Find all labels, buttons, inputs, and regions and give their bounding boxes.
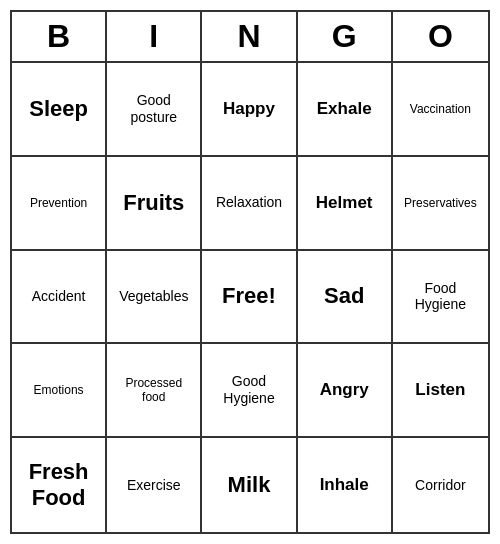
bingo-cell-7: Relaxation xyxy=(202,157,297,251)
bingo-cell-0: Sleep xyxy=(12,63,107,157)
bingo-cell-1: Good posture xyxy=(107,63,202,157)
bingo-cell-18: Angry xyxy=(298,344,393,438)
bingo-cell-15: Emotions xyxy=(12,344,107,438)
bingo-cell-23: Inhale xyxy=(298,438,393,532)
bingo-cell-6: Fruits xyxy=(107,157,202,251)
bingo-cell-4: Vaccination xyxy=(393,63,488,157)
bingo-cell-14: Food Hygiene xyxy=(393,251,488,345)
bingo-header: BINGO xyxy=(12,12,488,63)
header-letter: B xyxy=(12,12,107,61)
bingo-cell-21: Exercise xyxy=(107,438,202,532)
bingo-cell-13: Sad xyxy=(298,251,393,345)
bingo-card: BINGO SleepGood postureHappyExhaleVaccin… xyxy=(10,10,490,534)
bingo-cell-20: Fresh Food xyxy=(12,438,107,532)
bingo-cell-22: Milk xyxy=(202,438,297,532)
bingo-cell-2: Happy xyxy=(202,63,297,157)
bingo-cell-11: Vegetables xyxy=(107,251,202,345)
bingo-cell-8: Helmet xyxy=(298,157,393,251)
bingo-grid: SleepGood postureHappyExhaleVaccinationP… xyxy=(12,63,488,532)
header-letter: G xyxy=(298,12,393,61)
bingo-cell-10: Accident xyxy=(12,251,107,345)
bingo-cell-16: Processed food xyxy=(107,344,202,438)
bingo-cell-17: Good Hygiene xyxy=(202,344,297,438)
header-letter: I xyxy=(107,12,202,61)
header-letter: N xyxy=(202,12,297,61)
bingo-cell-12: Free! xyxy=(202,251,297,345)
header-letter: O xyxy=(393,12,488,61)
bingo-cell-3: Exhale xyxy=(298,63,393,157)
bingo-cell-9: Preservatives xyxy=(393,157,488,251)
bingo-cell-24: Corridor xyxy=(393,438,488,532)
bingo-cell-19: Listen xyxy=(393,344,488,438)
bingo-cell-5: Prevention xyxy=(12,157,107,251)
